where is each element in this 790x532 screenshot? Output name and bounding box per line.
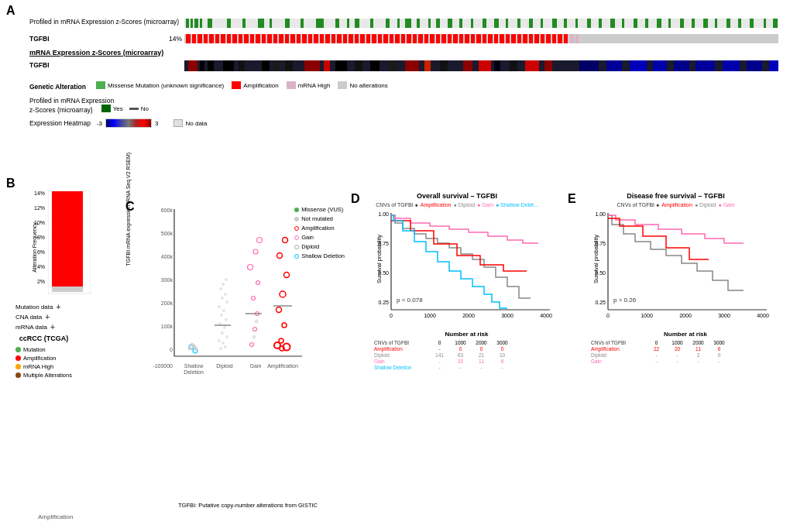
svg-rect-80 xyxy=(331,34,335,43)
svg-rect-118 xyxy=(552,34,556,43)
svg-rect-40 xyxy=(645,19,648,28)
svg-rect-133 xyxy=(324,60,330,71)
svg-rect-17 xyxy=(386,19,390,28)
svg-rect-62 xyxy=(227,34,231,43)
svg-rect-0 xyxy=(184,19,778,28)
svg-point-222 xyxy=(284,273,290,278)
svg-rect-20 xyxy=(417,19,420,28)
mutation-data-row: Mutation data + xyxy=(15,303,72,311)
profiled-track-svg xyxy=(184,18,778,29)
tgfbi-alteration-track xyxy=(184,33,778,44)
svg-rect-75 xyxy=(302,34,307,43)
svg-point-188 xyxy=(219,347,222,350)
alteration-bar-chart: 14% 12% 10% 8% 6% 4% 2% Alteration Frequ… xyxy=(23,190,108,299)
mutation-data-label: Mutation data xyxy=(15,304,53,311)
svg-point-190 xyxy=(224,345,227,348)
svg-rect-146 xyxy=(544,60,552,71)
svg-rect-155 xyxy=(769,60,778,71)
svg-point-191 xyxy=(218,339,221,342)
svg-text:500k: 500k xyxy=(161,231,173,236)
heatmap-legend-row: Expression Heatmap -3 3 No data xyxy=(29,118,778,128)
svg-rect-109 xyxy=(500,34,504,43)
svg-rect-45 xyxy=(703,19,708,28)
svg-point-200 xyxy=(225,300,228,304)
svg-point-207 xyxy=(250,343,254,347)
svg-rect-145 xyxy=(525,60,539,71)
data-labels: Mutation data + CNA data + mRNA data + c… xyxy=(15,303,72,379)
genetic-alteration-title: Genetic Alteration xyxy=(29,83,86,91)
mrna-heatmap-svg xyxy=(184,60,778,72)
svg-rect-35 xyxy=(587,19,591,28)
mrna-section-label: mRNA Expression z-Scores (microarray) xyxy=(29,49,163,57)
svg-rect-111 xyxy=(511,34,516,43)
y-tick-4: 4% xyxy=(37,264,45,269)
svg-text:4000: 4000 xyxy=(757,313,769,318)
svg-rect-151 xyxy=(674,60,689,71)
d-diploid-at-risk: Diploid 141 63 21 10 xyxy=(374,352,562,358)
amplification-dot-row: Amplification xyxy=(15,355,72,362)
svg-rect-71 xyxy=(279,34,283,43)
svg-point-192 xyxy=(225,335,228,338)
svg-rect-15 xyxy=(355,19,359,28)
svg-rect-127 xyxy=(223,60,234,71)
multiple-alterations-dot-row: Multiple Alterations xyxy=(15,372,72,379)
svg-rect-135 xyxy=(355,60,362,71)
cna-data-row: CNA data + xyxy=(15,313,72,321)
svg-rect-139 xyxy=(424,60,431,71)
section-c: Missense (VUS) Not mutated Amplification… xyxy=(128,201,345,509)
svg-rect-119 xyxy=(558,34,562,43)
section-a: Profiled in mRNA Expression z-Scores (mi… xyxy=(8,4,782,174)
dataset-label: ccRCC (TCGA) xyxy=(15,335,72,342)
c-x-axis-label: TGFBI: Putative copy-number alterations … xyxy=(151,502,345,509)
svg-rect-50 xyxy=(764,19,766,28)
svg-rect-7 xyxy=(242,19,246,28)
amp-scatter-label: Amplification xyxy=(301,224,335,233)
svg-rect-140 xyxy=(440,60,448,71)
svg-rect-12 xyxy=(316,19,324,28)
svg-rect-120 xyxy=(564,34,568,43)
svg-rect-30 xyxy=(529,19,533,28)
svg-text:600k: 600k xyxy=(161,208,173,213)
svg-rect-101 xyxy=(453,34,458,43)
e-cnvs-label: CNVs of TGFBI xyxy=(591,340,645,345)
svg-point-213 xyxy=(253,249,258,254)
svg-rect-142 xyxy=(479,60,491,71)
svg-text:1.00: 1.00 xyxy=(595,211,606,217)
svg-rect-81 xyxy=(337,34,342,43)
d-at-risk-header: CNVs of TGFBI 0 1000 2000 3000 xyxy=(374,340,562,345)
svg-rect-36 xyxy=(599,19,602,28)
svg-point-189 xyxy=(222,342,225,345)
svg-rect-24 xyxy=(459,19,462,28)
svg-point-183 xyxy=(188,347,192,351)
not-mutated-label: Not mutated xyxy=(301,215,333,224)
svg-rect-137 xyxy=(390,60,397,71)
svg-rect-23 xyxy=(448,19,452,28)
svg-rect-69 xyxy=(267,34,272,43)
svg-text:1.00: 1.00 xyxy=(378,211,389,217)
svg-rect-11 xyxy=(301,19,304,28)
e-cnv-legend: CNVs of TGFBI ● Amplification ● Diploid … xyxy=(569,202,782,208)
e-gain-at-risk: Gain - - - - xyxy=(591,359,782,364)
svg-rect-31 xyxy=(541,19,543,28)
svg-point-211 xyxy=(256,281,260,285)
svg-rect-78 xyxy=(320,34,324,43)
svg-rect-25 xyxy=(471,19,473,28)
svg-rect-76 xyxy=(308,34,312,43)
y-tick-12: 12% xyxy=(34,205,45,211)
svg-rect-113 xyxy=(523,34,527,43)
yes-label: Yes xyxy=(113,105,123,112)
svg-rect-105 xyxy=(476,34,481,43)
svg-rect-68 xyxy=(262,34,266,43)
svg-rect-79 xyxy=(325,34,330,43)
svg-rect-88 xyxy=(378,34,382,43)
svg-rect-153 xyxy=(723,60,740,71)
tgfbi-label-2: TGFBI xyxy=(29,61,68,69)
svg-text:2000: 2000 xyxy=(679,313,692,318)
svg-rect-104 xyxy=(471,34,475,43)
scatter-chart-svg: 600k 500k 400k 300k 200k 100k 0 -100000 … xyxy=(151,205,306,383)
e-x-label: Number at risk xyxy=(589,331,782,338)
heatmap-max-label: 3 xyxy=(155,120,158,127)
svg-rect-122 xyxy=(575,34,579,43)
svg-text:0: 0 xyxy=(606,313,610,318)
svg-rect-58 xyxy=(204,34,208,43)
